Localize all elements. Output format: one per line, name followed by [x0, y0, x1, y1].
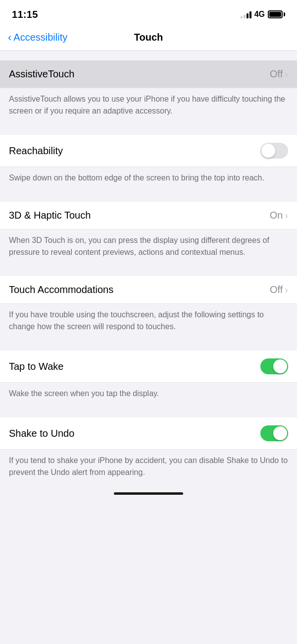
shake-to-undo-description-block: If you tend to shake your iPhone by acci… — [0, 450, 297, 486]
haptic-touch-label: 3D & Haptic Touch — [9, 210, 91, 221]
network-type: 4G — [254, 10, 265, 19]
battery-icon — [268, 10, 285, 18]
haptic-touch-chevron-icon: › — [285, 210, 288, 221]
tap-to-wake-row[interactable]: Tap to Wake — [0, 351, 297, 383]
haptic-touch-description: When 3D Touch is on, you can press the d… — [9, 234, 288, 258]
touch-accommodations-value-group: Off › — [270, 284, 288, 295]
back-chevron-icon: ‹ — [8, 32, 11, 43]
section-gap-4 — [0, 266, 297, 276]
haptic-touch-description-block: When 3D Touch is on, you can press the d… — [0, 230, 297, 266]
section-gap-1 — [0, 51, 297, 60]
back-button[interactable]: ‹ Accessibility — [8, 32, 67, 43]
touch-accommodations-row[interactable]: Touch Accommodations Off › — [0, 276, 297, 304]
touch-accommodations-section: Touch Accommodations Off › If you have t… — [0, 276, 297, 341]
touch-accommodations-label: Touch Accommodations — [9, 284, 113, 295]
tap-to-wake-label: Tap to Wake — [9, 361, 63, 372]
page-title: Touch — [134, 32, 163, 43]
assistivetouch-description: AssistiveTouch allows you to use your iP… — [9, 93, 288, 117]
shake-to-undo-row[interactable]: Shake to Undo — [0, 417, 297, 450]
reachability-toggle-knob — [261, 144, 275, 158]
tap-to-wake-description-block: Wake the screen when you tap the display… — [0, 383, 297, 408]
touch-accommodations-description: If you have trouble using the touchscree… — [9, 309, 288, 333]
shake-to-undo-toggle[interactable] — [260, 425, 288, 441]
home-indicator — [0, 486, 297, 499]
reachability-description: Swipe down on the bottom edge of the scr… — [9, 172, 288, 184]
assistivetouch-value-group: Off › — [270, 68, 288, 80]
reachability-label: Reachability — [9, 145, 63, 157]
assistivetouch-row[interactable]: AssistiveTouch Off › — [0, 60, 297, 88]
tap-to-wake-toggle[interactable] — [260, 358, 288, 374]
tap-to-wake-toggle-knob — [273, 359, 287, 373]
reachability-toggle[interactable] — [260, 143, 288, 159]
section-gap-6 — [0, 408, 297, 417]
section-gap-3 — [0, 192, 297, 202]
nav-header: ‹ Accessibility Touch — [0, 27, 297, 51]
back-label[interactable]: Accessibility — [13, 32, 67, 43]
touch-accommodations-chevron-icon: › — [285, 284, 288, 295]
assistivetouch-chevron-icon: › — [285, 68, 288, 80]
haptic-touch-value: On — [270, 210, 283, 221]
touch-accommodations-description-block: If you have trouble using the touchscree… — [0, 304, 297, 341]
haptic-touch-value-group: On › — [270, 210, 288, 221]
shake-to-undo-description: If you tend to shake your iPhone by acci… — [9, 455, 288, 478]
section-gap-2 — [0, 125, 297, 135]
home-bar — [114, 492, 183, 495]
shake-to-undo-toggle-knob — [273, 426, 287, 440]
assistivetouch-value: Off — [270, 68, 283, 80]
reachability-section: Reachability Swipe down on the bottom ed… — [0, 135, 297, 192]
reachability-row[interactable]: Reachability — [0, 135, 297, 167]
touch-accommodations-value: Off — [270, 284, 283, 295]
status-time: 11:15 — [12, 9, 38, 20]
signal-icon — [241, 10, 251, 18]
section-gap-5 — [0, 341, 297, 351]
status-bar: 11:15 4G — [0, 0, 297, 27]
haptic-touch-row[interactable]: 3D & Haptic Touch On › — [0, 202, 297, 230]
assistivetouch-description-block: AssistiveTouch allows you to use your iP… — [0, 88, 297, 125]
shake-to-undo-section: Shake to Undo If you tend to shake your … — [0, 417, 297, 486]
haptic-touch-section: 3D & Haptic Touch On › When 3D Touch is … — [0, 202, 297, 266]
tap-to-wake-section: Tap to Wake Wake the screen when you tap… — [0, 351, 297, 408]
status-icons: 4G — [241, 10, 285, 19]
shake-to-undo-label: Shake to Undo — [9, 428, 74, 439]
assistivetouch-section: AssistiveTouch Off › AssistiveTouch allo… — [0, 60, 297, 125]
reachability-description-block: Swipe down on the bottom edge of the scr… — [0, 167, 297, 192]
tap-to-wake-description: Wake the screen when you tap the display… — [9, 388, 288, 400]
assistivetouch-label: AssistiveTouch — [9, 68, 74, 80]
